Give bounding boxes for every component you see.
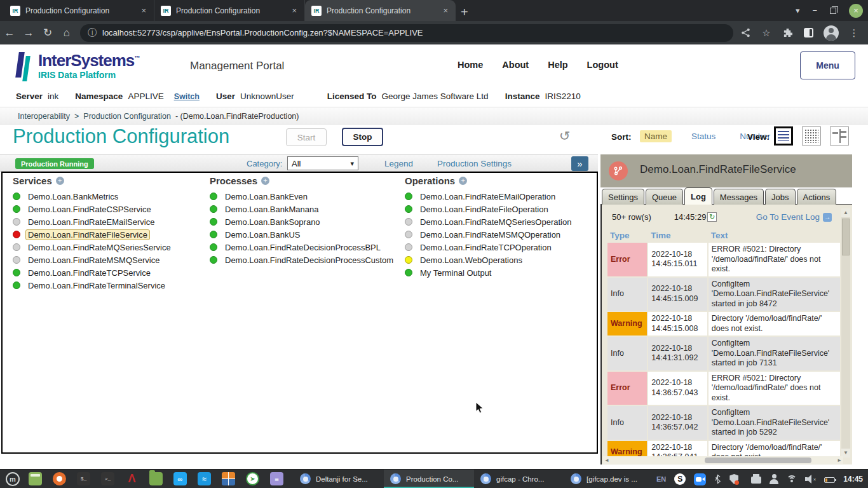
config-item[interactable]: Demo.Loan.FindRateEMailService xyxy=(13,215,173,228)
sort-option[interactable]: Status xyxy=(687,130,720,142)
new-tab-button[interactable]: + xyxy=(461,6,468,18)
detail-tab[interactable]: Actions xyxy=(797,189,837,205)
sort-option[interactable]: Name xyxy=(640,130,672,142)
notes-app-icon[interactable]: ≡ xyxy=(270,472,283,485)
tab-close-icon[interactable]: × xyxy=(290,6,298,15)
stop-button[interactable]: Stop xyxy=(342,128,383,146)
vertical-scrollbar[interactable]: ▲ ▼ xyxy=(841,208,850,458)
config-item[interactable]: Demo.Loan.FindRateEMailOperation xyxy=(405,190,574,203)
config-item[interactable]: Demo.Loan.BankMetrics xyxy=(13,190,173,203)
home-icon[interactable]: ⌂ xyxy=(57,27,76,39)
scroll-right-icon[interactable]: ► xyxy=(836,458,843,463)
config-item[interactable]: Demo.Loan.FindRateMQSeriesOperation xyxy=(405,215,574,228)
detail-tab[interactable]: Settings xyxy=(602,189,644,205)
close-window-button[interactable]: × xyxy=(849,4,863,18)
switch-link[interactable]: Switch xyxy=(174,92,200,101)
config-item[interactable]: Demo.Loan.FindRateTCPService xyxy=(13,266,173,279)
config-item[interactable]: Demo.Loan.FindRateMSMQService xyxy=(13,254,173,266)
tab-search-chevron-icon[interactable]: ▾ xyxy=(796,6,800,15)
files-app-icon[interactable] xyxy=(29,472,42,485)
wifi-icon[interactable] xyxy=(787,475,797,484)
production-settings-link[interactable]: Production Settings xyxy=(437,159,512,168)
refresh-icon[interactable]: ↻ xyxy=(707,212,717,222)
s-tray-icon[interactable]: S xyxy=(674,473,686,485)
config-item[interactable]: Demo.Loan.FindRateDecisionProcessCustom xyxy=(210,254,396,266)
compass-app-icon[interactable]: ➤ xyxy=(246,472,259,485)
side-panel-icon[interactable] xyxy=(803,27,814,39)
tab-close-icon[interactable]: × xyxy=(140,6,147,15)
maximize-button[interactable] xyxy=(830,8,836,14)
config-item[interactable]: My Terminal Output xyxy=(405,266,574,279)
log-row[interactable]: Info 2022-10-1814:45:15.009 ConfigItem '… xyxy=(607,278,840,311)
browser-tab[interactable]: IR Production Configuration × xyxy=(154,0,305,21)
flame-app-icon[interactable] xyxy=(53,472,66,485)
add-process-icon[interactable]: + xyxy=(261,177,269,185)
log-header-text[interactable]: Text xyxy=(709,229,840,241)
config-item[interactable]: Demo.Loan.BankEven xyxy=(210,190,396,203)
menu-button[interactable]: Menu xyxy=(800,51,855,79)
mint-menu-icon[interactable]: m xyxy=(6,472,20,486)
detail-tab[interactable]: Queue xyxy=(646,189,683,205)
vertical-scroll-thumb[interactable] xyxy=(842,219,850,255)
back-icon[interactable]: ← xyxy=(0,27,19,39)
vscode-icon[interactable]: ∞ xyxy=(173,472,187,485)
category-select[interactable]: All ▾ xyxy=(287,156,358,170)
printer-icon[interactable] xyxy=(751,477,761,484)
breadcrumb-root[interactable]: Interoperability xyxy=(18,112,70,121)
browser-tab[interactable]: IR Production Configuration × xyxy=(4,0,154,21)
log-header-time[interactable]: Time xyxy=(648,229,707,241)
minimize-button[interactable]: − xyxy=(812,6,817,15)
log-row[interactable]: Info 2022-10-1814:36:57.042 ConfigItem '… xyxy=(607,406,840,440)
monitor-app-icon[interactable]: ≈ xyxy=(198,472,211,485)
log-header-type[interactable]: Type xyxy=(607,229,647,241)
url-text[interactable]: localhost:52773/csp/applive/EnsPortal.Pr… xyxy=(102,28,423,37)
portal-nav-link[interactable]: Home xyxy=(458,60,483,70)
view-grid-icon[interactable] xyxy=(802,126,821,146)
config-item[interactable]: Demo.Loan.WebOperations xyxy=(405,254,574,266)
log-row[interactable]: Error 2022-10-1814:45:15.011 ERROR #5021… xyxy=(607,243,840,276)
config-item[interactable]: Demo.Loan.FindRateDecisionProcessBPL xyxy=(210,241,396,254)
start-button[interactable]: Start xyxy=(286,128,327,146)
terminal2-icon[interactable]: >_ xyxy=(101,472,114,485)
site-info-icon[interactable]: ⓘ xyxy=(88,27,97,39)
expand-panel-button[interactable]: » xyxy=(571,156,588,171)
taskbar-window-button[interactable]: Production Co... xyxy=(384,470,474,488)
address-bar[interactable]: ⓘ localhost:52773/csp/applive/EnsPortal.… xyxy=(80,24,733,42)
battery-icon[interactable] xyxy=(824,477,835,483)
bluetooth-icon[interactable] xyxy=(714,474,721,484)
volume-muted-icon[interactable]: × xyxy=(805,475,816,484)
log-row[interactable]: Info 2022-10-1814:41:31.092 ConfigItem '… xyxy=(607,337,840,370)
config-item[interactable]: Demo.Loan.FindRateMQSeriesService xyxy=(13,241,173,254)
legend-link[interactable]: Legend xyxy=(384,159,413,168)
config-item[interactable]: Demo.Loan.FindRateFileService xyxy=(13,228,173,241)
log-row[interactable]: Error 2022-10-1814:36:57.043 ERROR #5021… xyxy=(607,372,840,405)
config-item[interactable]: Demo.Loan.FindRateFileOperation xyxy=(405,203,574,215)
config-item[interactable]: Demo.Loan.BankSoprano xyxy=(210,215,396,228)
log-row[interactable]: Warning 2022-10-1814:45:15.008 Directory… xyxy=(607,312,840,336)
keyboard-layout-indicator[interactable]: EN xyxy=(656,475,666,483)
share-icon[interactable] xyxy=(740,27,751,39)
red-app-icon[interactable]: Λ xyxy=(125,472,139,485)
portal-nav-link[interactable]: Logout xyxy=(587,60,618,70)
detail-tab[interactable]: Jobs xyxy=(765,189,795,205)
profile-avatar[interactable] xyxy=(824,25,839,41)
config-item[interactable]: Demo.Loan.FindRateTCPOperation xyxy=(405,241,574,254)
config-item[interactable]: Demo.Loan.FindRateMSMQOperation xyxy=(405,228,574,241)
tab-close-icon[interactable]: × xyxy=(442,6,449,15)
scroll-left-icon[interactable]: ◄ xyxy=(603,458,611,463)
browser-menu-icon[interactable]: ⋮ xyxy=(848,27,860,39)
view-split-icon[interactable] xyxy=(830,126,849,146)
browser-tab[interactable]: IR Production Configuration × xyxy=(305,0,456,21)
view-list-icon[interactable] xyxy=(774,126,793,146)
bookmark-star-icon[interactable]: ☆ xyxy=(761,27,772,39)
extensions-puzzle-icon[interactable] xyxy=(782,27,793,39)
scroll-up-icon[interactable]: ▲ xyxy=(841,208,850,217)
user-tray-icon[interactable] xyxy=(770,474,778,484)
terminal-icon[interactable]: $_ xyxy=(77,472,90,485)
reload-icon[interactable]: ↻ xyxy=(38,26,57,39)
folder-icon[interactable] xyxy=(149,472,163,485)
go-to-event-log-link[interactable]: Go To Event Log → xyxy=(756,212,832,222)
detail-tab[interactable]: Log xyxy=(684,187,712,205)
taskbar-window-button[interactable]: Deltanji for Se... xyxy=(294,470,384,488)
taskbar-window-button[interactable]: gifcap - Chro... xyxy=(474,470,564,488)
